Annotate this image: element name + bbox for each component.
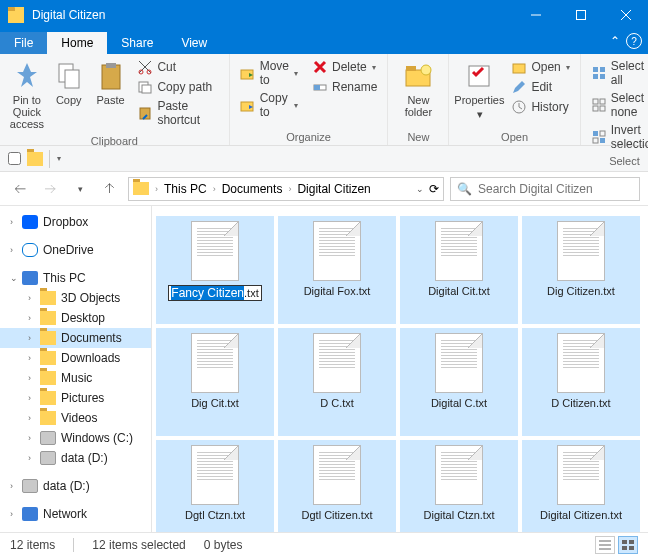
file-item[interactable]: Dig Cit.txt bbox=[156, 328, 274, 436]
navigation-tree[interactable]: ›Dropbox›OneDrive⌄This PC›3D Objects›Des… bbox=[0, 206, 152, 532]
search-input[interactable] bbox=[478, 182, 633, 196]
breadcrumb-item[interactable]: Documents bbox=[218, 180, 287, 198]
svg-rect-29 bbox=[600, 131, 605, 136]
tree-item[interactable]: ›Dropbox bbox=[0, 212, 151, 232]
tree-item-label: Documents bbox=[61, 331, 122, 345]
paste-shortcut-button[interactable]: Paste shortcut bbox=[133, 97, 222, 129]
tree-item[interactable]: ›OneDrive bbox=[0, 240, 151, 260]
details-view-button[interactable] bbox=[595, 536, 615, 554]
copy-icon bbox=[53, 60, 85, 92]
tree-item[interactable]: ›Music bbox=[0, 368, 151, 388]
file-item[interactable]: Fancy Citizen.txt bbox=[156, 216, 274, 324]
file-item[interactable]: Digital Fox.txt bbox=[278, 216, 396, 324]
tab-home[interactable]: Home bbox=[47, 32, 107, 54]
tree-item[interactable]: ›Documents bbox=[0, 328, 151, 348]
invert-selection-button[interactable]: Invert selection bbox=[587, 121, 648, 153]
open-button[interactable]: Open▾ bbox=[507, 57, 573, 77]
edit-icon bbox=[511, 79, 527, 95]
copy-to-button[interactable]: Copy to▾ bbox=[236, 89, 302, 121]
tree-item[interactable]: ›Pictures bbox=[0, 388, 151, 408]
help-button[interactable]: ? bbox=[626, 33, 642, 49]
net-icon bbox=[22, 507, 38, 521]
tree-item-label: data (D:) bbox=[43, 479, 90, 493]
tree-item-label: Downloads bbox=[61, 351, 120, 365]
svg-rect-25 bbox=[600, 99, 605, 104]
move-to-button[interactable]: Move to▾ bbox=[236, 57, 302, 89]
file-item[interactable]: Digital Citizen.txt bbox=[522, 440, 640, 532]
tree-item[interactable]: ›3D Objects bbox=[0, 288, 151, 308]
tree-item[interactable]: ›Videos bbox=[0, 408, 151, 428]
icons-view-button[interactable] bbox=[618, 536, 638, 554]
file-name[interactable]: Fancy Citizen.txt bbox=[168, 285, 261, 301]
select-none-button[interactable]: Select none bbox=[587, 89, 648, 121]
tree-item[interactable]: ⌄This PC bbox=[0, 268, 151, 288]
delete-icon bbox=[312, 59, 328, 75]
tree-item[interactable]: ›data (D:) bbox=[0, 448, 151, 468]
recent-locations-button[interactable]: ▾ bbox=[68, 177, 92, 201]
file-item[interactable]: Digital Ctzn.txt bbox=[400, 440, 518, 532]
select-all-button[interactable]: Select all bbox=[587, 57, 648, 89]
select-all-checkbox[interactable] bbox=[8, 152, 21, 165]
file-item[interactable]: Dig Citizen.txt bbox=[522, 216, 640, 324]
folder-icon bbox=[27, 152, 43, 166]
up-button[interactable]: 🡡 bbox=[98, 177, 122, 201]
tab-view[interactable]: View bbox=[167, 32, 221, 54]
rename-button[interactable]: Rename bbox=[308, 77, 381, 97]
breadcrumb-bar[interactable]: › This PC › Documents › Digital Citizen … bbox=[128, 177, 444, 201]
delete-button[interactable]: Delete▾ bbox=[308, 57, 381, 77]
ribbon-group-label: New bbox=[394, 129, 442, 145]
tree-item[interactable]: ›Network bbox=[0, 504, 151, 524]
window-title: Digital Citizen bbox=[32, 8, 513, 22]
tree-item[interactable]: ›Desktop bbox=[0, 308, 151, 328]
paste-shortcut-icon bbox=[137, 105, 153, 121]
address-bar: 🡠 🡢 ▾ 🡡 › This PC › Documents › Digital … bbox=[0, 172, 648, 206]
tree-item-label: Music bbox=[61, 371, 92, 385]
forward-button[interactable]: 🡢 bbox=[38, 177, 62, 201]
new-folder-button[interactable]: New folder bbox=[394, 57, 442, 121]
copy-path-button[interactable]: Copy path bbox=[133, 77, 222, 97]
file-item[interactable]: D Citizen.txt bbox=[522, 328, 640, 436]
svg-rect-13 bbox=[314, 85, 320, 90]
tree-item[interactable]: ›data (D:) bbox=[0, 476, 151, 496]
properties-button[interactable]: Properties▾ bbox=[455, 57, 503, 123]
file-item[interactable]: Dgtl Ctzn.txt bbox=[156, 440, 274, 532]
qat-dropdown[interactable]: ▾ bbox=[57, 154, 61, 163]
paste-button[interactable]: Paste bbox=[90, 57, 132, 109]
breadcrumb-item[interactable]: Digital Citizen bbox=[293, 180, 374, 198]
edit-button[interactable]: Edit bbox=[507, 77, 573, 97]
cut-icon bbox=[137, 59, 153, 75]
svg-rect-4 bbox=[106, 63, 116, 68]
svg-rect-27 bbox=[600, 106, 605, 111]
file-item[interactable]: Digital C.txt bbox=[400, 328, 518, 436]
close-button[interactable] bbox=[603, 0, 648, 30]
tree-item[interactable]: ›Windows (C:) bbox=[0, 428, 151, 448]
tab-share[interactable]: Share bbox=[107, 32, 167, 54]
file-name: Dig Cit.txt bbox=[191, 397, 239, 410]
minimize-button[interactable] bbox=[513, 0, 558, 30]
tab-file[interactable]: File bbox=[0, 32, 47, 54]
cut-button[interactable]: Cut bbox=[133, 57, 222, 77]
ribbon-group-label: Organize bbox=[236, 129, 382, 145]
refresh-button[interactable]: ⟳ bbox=[429, 182, 439, 196]
maximize-button[interactable] bbox=[558, 0, 603, 30]
history-dropdown[interactable]: ⌄ bbox=[416, 184, 424, 194]
file-item[interactable]: Digital Cit.txt bbox=[400, 216, 518, 324]
back-button[interactable]: 🡠 bbox=[8, 177, 32, 201]
minimize-ribbon-button[interactable]: ⌃ bbox=[610, 34, 620, 48]
file-item[interactable]: Dgtl Citizen.txt bbox=[278, 440, 396, 532]
ribbon-group-select: Select all Select none Invert selection … bbox=[581, 54, 648, 145]
svg-rect-21 bbox=[600, 67, 605, 72]
svg-rect-35 bbox=[629, 546, 634, 550]
ribbon: Pin to Quick access Copy Paste Cut Copy … bbox=[0, 54, 648, 146]
search-box[interactable]: 🔍 bbox=[450, 177, 640, 201]
file-name: Digital Fox.txt bbox=[304, 285, 371, 298]
file-item[interactable]: D C.txt bbox=[278, 328, 396, 436]
folder-icon bbox=[133, 182, 149, 195]
files-view[interactable]: Fancy Citizen.txtDigital Fox.txtDigital … bbox=[152, 206, 648, 532]
breadcrumb-item[interactable]: This PC bbox=[160, 180, 211, 198]
copy-button[interactable]: Copy bbox=[48, 57, 90, 109]
pin-to-quick-access-button[interactable]: Pin to Quick access bbox=[6, 57, 48, 133]
history-button[interactable]: History bbox=[507, 97, 573, 117]
svg-rect-23 bbox=[600, 74, 605, 79]
tree-item[interactable]: ›Downloads bbox=[0, 348, 151, 368]
